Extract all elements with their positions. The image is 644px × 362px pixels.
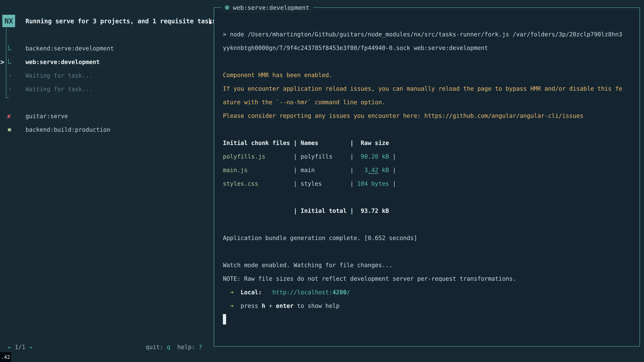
terminal-line: Component HMR has been enabled. bbox=[223, 68, 638, 82]
terminal-line: ature with the `--no-hmr` command line o… bbox=[223, 95, 638, 109]
terminal-line: ➜ Local: http://localhost:4200/ bbox=[223, 286, 638, 299]
text-segment: 3 bbox=[357, 167, 368, 173]
text-segment bbox=[262, 289, 272, 296]
pagination: ← 1/1 → bbox=[8, 340, 32, 354]
selected-caret-icon: > bbox=[0, 55, 4, 69]
overlay-badge: .42 bbox=[0, 352, 11, 362]
text-segment: | polyfills | bbox=[294, 153, 357, 160]
task-list-other: ✘guitar:servebackend:build:production bbox=[0, 109, 208, 137]
text-segment: Local: bbox=[240, 289, 262, 296]
terminal-line: styles.css | styles | 104 bytes | bbox=[223, 177, 638, 191]
nx-logo: NX bbox=[2, 15, 15, 27]
help-key: ? bbox=[198, 344, 202, 351]
terminal-line bbox=[223, 123, 638, 136]
local-url-port[interactable]: 4200 bbox=[332, 289, 346, 296]
text-segment: kB bbox=[378, 167, 389, 173]
run-summary-title: Running serve for 3 projects, and 1 requ… bbox=[26, 16, 224, 26]
terminal-cursor bbox=[223, 314, 226, 325]
text-segment: Initial chunk files | Names | Raw size bbox=[223, 140, 389, 146]
output-panel: web:serve:development > node /Users/mhar… bbox=[214, 7, 640, 347]
text-segment: | bbox=[389, 153, 396, 160]
text-segment: Please consider reporting any issues you… bbox=[223, 112, 583, 119]
text-segment: | main | bbox=[294, 167, 357, 173]
text-segment: | bbox=[389, 180, 396, 187]
task-label: Waiting for task... bbox=[26, 69, 92, 82]
text-segment: + bbox=[265, 303, 276, 309]
terminal-line: Please consider reporting any issues you… bbox=[223, 109, 638, 123]
text-segment: Component HMR has been enabled. bbox=[223, 72, 332, 78]
text-segment: | styles | bbox=[294, 180, 357, 187]
text-segment: ature with the `--no-hmr` command line o… bbox=[223, 99, 386, 106]
task-label: web:serve:development bbox=[26, 55, 100, 69]
square-icon bbox=[8, 128, 11, 131]
text-segment: Application bundle generation complete. … bbox=[223, 235, 417, 241]
help-label: help: bbox=[177, 344, 195, 351]
terminal-line: NOTE: Raw file sizes do not reflect deve… bbox=[223, 272, 638, 286]
text-segment: Watch mode enabled. Watching for file ch… bbox=[223, 262, 392, 269]
panel-output: > node /Users/mhartington/Github/guitars… bbox=[223, 28, 638, 326]
task-row-backend-serve-development[interactable]: ⠧backend:serve:development bbox=[0, 42, 208, 55]
text-segment: > node /Users/mhartington/Github/guitars… bbox=[223, 31, 622, 38]
task-group-bracket-foot bbox=[6, 97, 9, 98]
text-segment: If you encounter application reload issu… bbox=[223, 85, 622, 92]
terminal-line: > node /Users/mhartington/Github/guitars… bbox=[223, 28, 638, 41]
terminal-line: | Initial total | 93.72 kB bbox=[223, 204, 638, 218]
text-segment: yyknnbtgh0000gn/T/9f4c243785f8453e3f00/f… bbox=[223, 44, 488, 51]
next-page-arrow-icon[interactable]: → bbox=[29, 344, 32, 351]
panel-title-text: web:serve:development bbox=[233, 4, 309, 11]
terminal-line bbox=[223, 313, 638, 326]
text-segment: | bbox=[389, 167, 396, 173]
terminal-line bbox=[223, 218, 638, 231]
terminal-line bbox=[223, 245, 638, 258]
text-segment bbox=[234, 289, 240, 296]
keyboard-shortcuts: quit: q help: ? bbox=[146, 340, 202, 354]
task-label: guitar:serve bbox=[26, 109, 68, 123]
task-row-waiting-for-task-[interactable]: ·Waiting for task... bbox=[0, 82, 208, 96]
text-segment: .42 bbox=[368, 167, 378, 173]
text-segment: ➜ bbox=[230, 303, 234, 309]
quit-label: quit: bbox=[146, 344, 163, 351]
task-label: backend:serve:development bbox=[26, 42, 114, 55]
task-status-dot-icon bbox=[225, 5, 229, 10]
prev-page-arrow-icon[interactable]: ← bbox=[8, 344, 11, 351]
panel-title: web:serve:development bbox=[221, 2, 313, 13]
text-segment: main.js bbox=[223, 167, 294, 173]
terminal-line: Watch mode enabled. Watching for file ch… bbox=[223, 258, 638, 272]
terminal-line: yyknnbtgh0000gn/T/9f4c243785f8453e3f00/f… bbox=[223, 41, 638, 55]
task-row-guitar-serve[interactable]: ✘guitar:serve bbox=[0, 109, 208, 123]
task-row-web-serve-development[interactable]: >⠧web:serve:development bbox=[0, 55, 208, 69]
page-indicator: 1/1 bbox=[15, 344, 25, 351]
text-segment: enter bbox=[276, 303, 294, 309]
text-segment bbox=[223, 289, 230, 296]
terminal-line: Application bundle generation complete. … bbox=[223, 231, 638, 245]
task-list-running: ⠧backend:serve:development>⠧web:serve:de… bbox=[0, 42, 208, 96]
text-segment: styles.css bbox=[223, 180, 294, 187]
text-segment: to show help bbox=[294, 303, 340, 309]
terminal-line: If you encounter application reload issu… bbox=[223, 82, 638, 95]
text-segment: | Initial total | 93.72 kB bbox=[223, 207, 389, 214]
text-segment: NOTE: Raw file sizes do not reflect deve… bbox=[223, 275, 516, 282]
spinner-icon: ⠧ bbox=[7, 55, 12, 69]
spinner-icon: ⠧ bbox=[7, 42, 12, 55]
text-segment: h bbox=[262, 303, 265, 309]
text-segment: polyfills.js bbox=[223, 153, 294, 160]
quit-key: q bbox=[167, 344, 170, 351]
terminal-line bbox=[223, 191, 638, 204]
terminal-line: main.js | main | 3.42 kB | bbox=[223, 163, 638, 177]
task-label: backend:build:production bbox=[26, 123, 110, 137]
cross-icon: ✘ bbox=[7, 109, 11, 123]
text-segment: 104 bytes bbox=[357, 180, 389, 187]
task-row-waiting-for-task-[interactable]: ·Waiting for task... bbox=[0, 69, 208, 82]
text-segment: ➜ bbox=[230, 289, 234, 296]
terminal-line: Initial chunk files | Names | Raw size bbox=[223, 136, 638, 150]
task-row-backend-build-production[interactable]: backend:build:production bbox=[0, 123, 208, 137]
text-segment: press bbox=[234, 303, 262, 309]
task-label: Waiting for task... bbox=[26, 82, 92, 96]
nx-tui-screen: NX Running serve for 3 projects, and 1 r… bbox=[0, 0, 644, 362]
local-url-slash[interactable]: / bbox=[347, 289, 350, 296]
local-url-link[interactable]: http://localhost: bbox=[272, 289, 332, 296]
dot-icon: · bbox=[8, 69, 12, 82]
terminal-line: polyfills.js | polyfills | 90.20 kB | bbox=[223, 150, 638, 163]
terminal-line: ➜ press h + enter to show help bbox=[223, 299, 638, 313]
text-segment bbox=[223, 303, 230, 309]
